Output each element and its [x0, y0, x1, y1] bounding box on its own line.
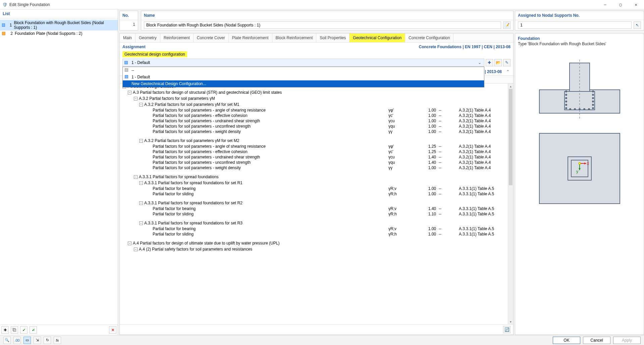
param-row[interactable]: Partial factors for soil parameters - we…: [122, 165, 506, 170]
tree-toggle[interactable]: −: [139, 201, 143, 205]
params-scrollbar[interactable]: ▴ ▾: [508, 83, 513, 324]
list-header: List: [0, 9, 118, 18]
svg-point-7: [565, 100, 567, 102]
svg-point-9: [565, 107, 567, 109]
param-row[interactable]: Partial factors for soil parameters - un…: [122, 160, 506, 165]
svg-point-16: [569, 108, 571, 110]
formula-icon[interactable]: fx: [54, 337, 61, 344]
tab-main[interactable]: Main: [120, 33, 136, 42]
svg-point-6: [565, 97, 567, 99]
assigned-label: Assigned to Nodal Supports No.: [515, 11, 644, 20]
param-row[interactable]: Partial factors for soil parameters - un…: [122, 118, 506, 124]
param-row[interactable]: Partial factors for soil parameters - un…: [122, 124, 506, 129]
list-item[interactable]: 1Block Foundation with Rough Bucket Side…: [0, 20, 118, 30]
svg-point-17: [574, 108, 576, 110]
params-tree[interactable]: −Persistent Design Situation−A.3 Partial…: [120, 83, 513, 324]
app-icon: 🛡️: [2, 2, 7, 7]
dropdown-option[interactable]: 1 - Default: [123, 74, 484, 80]
tree-toggle[interactable]: −: [134, 248, 138, 251]
param-row[interactable]: Partial factor for slidingγR;h1.00--A.3.…: [122, 231, 506, 237]
config-lib-button[interactable]: 📂: [494, 59, 502, 66]
svg-point-10: [592, 90, 594, 92]
tree-toggle[interactable]: −: [128, 242, 131, 245]
tree-toggle[interactable]: −: [139, 103, 143, 107]
tree-toggle[interactable]: −: [134, 175, 138, 179]
delete-button[interactable]: ✕: [109, 326, 116, 334]
svg-point-5: [565, 94, 567, 96]
scroll-up-icon[interactable]: ⌃: [505, 69, 511, 74]
titlebar: 🛡️ Edit Single Foundation — ▢ ✕: [0, 0, 644, 9]
param-row[interactable]: Partial factors for soil parameters - we…: [122, 129, 506, 134]
tree-toggle[interactable]: −: [139, 181, 143, 185]
tab-geotechnical-configuration[interactable]: Geotechnical Configuration: [350, 33, 405, 42]
no-box: No. 1: [119, 11, 138, 30]
config-section-label: Geotechnical design configuration: [122, 51, 187, 57]
tree-toggle[interactable]: −: [134, 97, 138, 100]
name-label: Name: [141, 11, 513, 20]
tree-toggle[interactable]: −: [128, 91, 131, 94]
new-button[interactable]: ✚: [1, 326, 9, 334]
param-row[interactable]: Partial factors for soil parameters - an…: [122, 144, 506, 149]
tab-block-reinforcement[interactable]: Block Reinforcement: [272, 33, 317, 42]
param-row[interactable]: Partial factor for bearingγR;v1.40--A.3.…: [122, 206, 506, 211]
assign-title: Assignment: [122, 45, 146, 49]
apply-button[interactable]: Apply: [613, 337, 641, 344]
svg-point-12: [592, 97, 594, 99]
copy-button[interactable]: ⿻: [11, 326, 18, 334]
foundation-section-view: [533, 60, 627, 120]
param-row[interactable]: Partial factors for soil parameters - ef…: [122, 149, 506, 154]
cancel-button[interactable]: Cancel: [583, 337, 610, 344]
axis-icon[interactable]: ⇲: [34, 337, 41, 344]
config-dropdown-popup: --1 - DefaultNew Geotechnical Design Con…: [122, 67, 484, 87]
no-value[interactable]: 1: [120, 20, 138, 29]
tab-soil-properties[interactable]: Soil Properties: [316, 33, 350, 42]
name-input[interactable]: [144, 21, 501, 29]
svg-point-18: [579, 108, 581, 110]
scroll-down-button[interactable]: ▾: [508, 319, 513, 324]
tab-concrete-configuration[interactable]: Concrete Configuration: [405, 33, 453, 42]
scroll-up-button[interactable]: ▴: [508, 83, 513, 89]
tab-reinforcement[interactable]: Reinforcement: [160, 33, 194, 42]
param-row[interactable]: Partial factor for slidingγR;h1.00--A.3.…: [122, 191, 506, 197]
param-row[interactable]: Partial factors for soil parameters - un…: [122, 154, 506, 160]
list-item[interactable]: 2Foundation Plate (Nodal Supports : 2): [0, 30, 118, 37]
uncheck-button[interactable]: ✔̵: [30, 326, 37, 334]
check-button[interactable]: ✔: [20, 326, 28, 334]
list-body: 1Block Foundation with Rough Bucket Side…: [0, 18, 118, 325]
param-row[interactable]: Partial factor for slidingγR;h1.10--A.3.…: [122, 211, 506, 217]
standard-label: Concrete Foundations | EN 1997 | CEN | 2…: [419, 45, 511, 49]
param-row[interactable]: Partial factors for soil parameters - ef…: [122, 113, 506, 118]
svg-point-13: [592, 100, 594, 102]
config-new-button[interactable]: ✚: [486, 59, 493, 66]
tab-geometry[interactable]: Geometry: [136, 33, 160, 42]
svg-point-30: [579, 162, 581, 164]
svg-point-4: [565, 90, 567, 92]
refresh-icon[interactable]: ↻: [44, 337, 51, 344]
tree-toggle[interactable]: −: [139, 139, 143, 143]
close-button[interactable]: ✕: [631, 2, 641, 7]
config-edit-button[interactable]: ✎: [503, 59, 511, 66]
view-icon[interactable]: ▭: [23, 337, 31, 344]
param-row[interactable]: Partial factors for soil parameters - an…: [122, 108, 506, 113]
info-icon[interactable]: 🔍: [3, 337, 11, 344]
tab-concrete-cover[interactable]: Concrete Cover: [194, 33, 229, 42]
minimize-button[interactable]: —: [600, 2, 610, 7]
dropdown-option[interactable]: --: [123, 67, 484, 74]
units-icon[interactable]: .00: [13, 337, 21, 344]
ok-button[interactable]: OK: [553, 337, 580, 344]
preview-panel: Foundation Type 'Block Foundation with R…: [515, 33, 644, 335]
tab-plate-reinforcement[interactable]: Plate Reinforcement: [229, 33, 272, 42]
svg-point-11: [592, 94, 594, 96]
name-pick-button[interactable]: 📝: [503, 21, 511, 29]
scroll-thumb[interactable]: [509, 89, 513, 185]
maximize-button[interactable]: ▢: [616, 2, 625, 7]
svg-text:x: x: [587, 161, 589, 166]
tree-toggle[interactable]: −: [139, 221, 143, 225]
param-row[interactable]: Partial factor for bearingγR;v1.00--A.3.…: [122, 226, 506, 231]
param-row[interactable]: Partial factor for bearingγR;v1.00--A.3.…: [122, 186, 506, 191]
config-dropdown[interactable]: 1 - Default ⌄: [122, 59, 484, 67]
dropdown-option[interactable]: New Geotechnical Design Configuration...: [123, 80, 484, 87]
sync-button[interactable]: 🔄: [503, 326, 511, 333]
assigned-pick-button[interactable]: ↖: [634, 21, 641, 29]
assigned-input[interactable]: [518, 21, 632, 29]
